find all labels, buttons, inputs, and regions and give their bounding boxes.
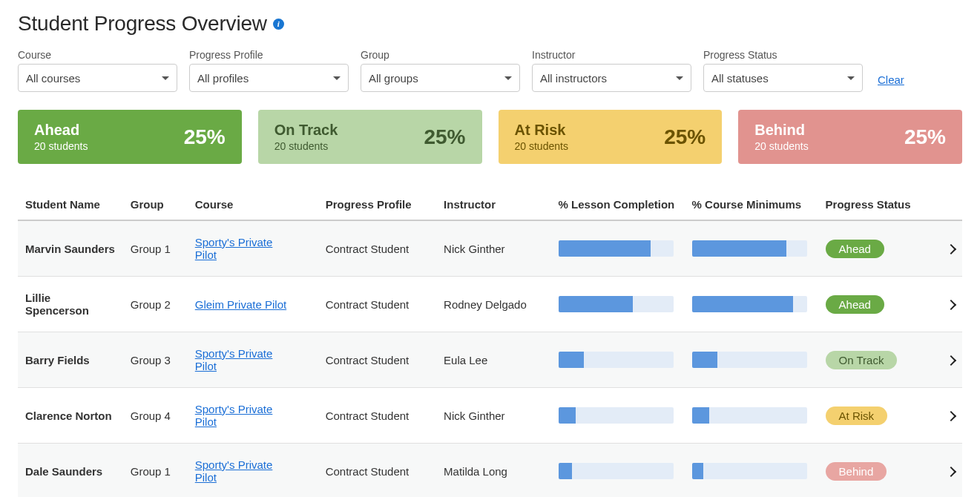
student-progress-table: Student Name Group Course Progress Profi…	[18, 189, 962, 497]
col-minimums[interactable]: % Course Minimums	[685, 189, 818, 220]
cell-group: Group 3	[123, 332, 188, 388]
lesson-progress-bar	[559, 352, 674, 368]
cell-group: Group 2	[123, 277, 188, 332]
filter-status-value: All statuses	[711, 72, 769, 85]
cell-student: Marvin Saunders	[18, 220, 123, 277]
cell-instructor: Nick Ginther	[436, 388, 551, 444]
minimums-progress-bar	[692, 463, 807, 479]
minimums-progress-bar	[692, 352, 807, 368]
table-row[interactable]: Clarence NortonGroup 4Sporty's Private P…	[18, 388, 962, 444]
cell-student: Clarence Norton	[18, 388, 123, 444]
col-group[interactable]: Group	[123, 189, 188, 220]
course-link[interactable]: Sporty's Private Pilot	[195, 403, 292, 428]
filter-status-label: Progress Status	[703, 49, 863, 61]
col-instructor[interactable]: Instructor	[436, 189, 551, 220]
page-title-row: Student Progress Overview i	[18, 12, 962, 36]
filter-course-select[interactable]: All courses	[18, 64, 177, 92]
caret-down-icon	[162, 76, 169, 80]
caret-down-icon	[676, 76, 683, 80]
course-link[interactable]: Sporty's Private Pilot	[195, 458, 292, 484]
filter-group-group: Group All groups	[361, 49, 520, 92]
caret-down-icon	[504, 76, 512, 80]
filter-instructor-select[interactable]: All instructors	[532, 64, 691, 92]
summary-ontrack-pct: 25%	[424, 125, 465, 149]
caret-down-icon	[333, 76, 341, 80]
filter-instructor-label: Instructor	[532, 49, 691, 61]
course-link[interactable]: Gleim Private Pilot	[195, 298, 286, 311]
summary-ahead-pct: 25%	[184, 125, 226, 149]
filter-group-select[interactable]: All groups	[361, 64, 520, 92]
minimums-progress-bar	[692, 296, 807, 312]
summary-atrisk-title: At Risk	[515, 122, 568, 139]
chevron-right-icon[interactable]	[946, 410, 956, 421]
cell-student: Barry Fields	[18, 332, 123, 388]
lesson-progress-bar	[559, 463, 674, 479]
summary-ontrack-sub: 20 students	[274, 140, 338, 152]
filter-instructor-value: All instructors	[540, 72, 607, 85]
cell-group: Group 1	[123, 220, 188, 277]
page-title: Student Progress Overview	[18, 12, 267, 36]
table-header-row: Student Name Group Course Progress Profi…	[18, 189, 962, 220]
summary-card-ontrack[interactable]: On Track 20 students 25%	[258, 110, 482, 164]
filter-course-value: All courses	[26, 72, 80, 85]
cell-profile: Contract Student	[318, 220, 436, 277]
cell-instructor: Nick Ginther	[436, 220, 551, 277]
summary-card-behind[interactable]: Behind 20 students 25%	[738, 110, 962, 164]
summary-card-atrisk[interactable]: At Risk 20 students 25%	[499, 110, 723, 164]
col-lesson[interactable]: % Lesson Completion	[551, 189, 685, 220]
summary-atrisk-pct: 25%	[664, 125, 706, 149]
cell-student: Lillie Spencerson	[18, 277, 123, 332]
filter-group-value: All groups	[369, 72, 418, 85]
info-icon[interactable]: i	[273, 19, 284, 30]
cell-instructor: Rodney Delgado	[436, 277, 551, 332]
summary-ahead-sub: 20 students	[34, 140, 88, 152]
cell-profile: Contract Student	[318, 277, 436, 332]
minimums-progress-bar	[692, 407, 807, 424]
summary-card-ahead[interactable]: Ahead 20 students 25%	[18, 110, 242, 164]
course-link[interactable]: Sporty's Private Pilot	[195, 347, 292, 372]
filter-course-group: Course All courses	[18, 49, 177, 92]
filter-status-select[interactable]: All statuses	[703, 64, 863, 92]
table-row[interactable]: Marvin SaundersGroup 1Sporty's Private P…	[18, 220, 962, 277]
col-course[interactable]: Course	[188, 189, 318, 220]
course-link[interactable]: Sporty's Private Pilot	[195, 236, 292, 261]
cell-profile: Contract Student	[318, 388, 436, 444]
lesson-progress-bar	[559, 296, 674, 312]
summary-ontrack-title: On Track	[274, 122, 338, 139]
filter-group-label: Group	[361, 49, 520, 61]
table-row[interactable]: Dale SaundersGroup 1Sporty's Private Pil…	[18, 444, 962, 498]
chevron-right-icon[interactable]	[946, 466, 956, 476]
cell-instructor: Matilda Long	[436, 444, 551, 498]
status-badge: Ahead	[826, 295, 884, 314]
filter-profile-group: Progress Profile All profiles	[189, 49, 349, 92]
summary-atrisk-sub: 20 students	[515, 140, 568, 152]
chevron-right-icon[interactable]	[946, 299, 956, 309]
cell-group: Group 1	[123, 444, 188, 498]
cell-instructor: Eula Lee	[436, 332, 551, 388]
chevron-right-icon[interactable]	[946, 243, 956, 254]
status-badge: Behind	[826, 462, 887, 481]
cell-group: Group 4	[123, 388, 188, 444]
summary-cards-row: Ahead 20 students 25% On Track 20 studen…	[18, 110, 962, 164]
table-row[interactable]: Barry FieldsGroup 3Sporty's Private Pilo…	[18, 332, 962, 388]
cell-profile: Contract Student	[318, 332, 436, 388]
col-status[interactable]: Progress Status	[818, 189, 935, 220]
cell-student: Dale Saunders	[18, 444, 123, 498]
col-student[interactable]: Student Name	[18, 189, 123, 220]
summary-behind-title: Behind	[754, 122, 808, 139]
filter-course-label: Course	[18, 49, 177, 61]
summary-behind-sub: 20 students	[754, 140, 808, 152]
col-profile[interactable]: Progress Profile	[318, 189, 436, 220]
filters-row: Course All courses Progress Profile All …	[18, 49, 962, 92]
table-row[interactable]: Lillie SpencersonGroup 2Gleim Private Pi…	[18, 277, 962, 332]
chevron-right-icon[interactable]	[946, 355, 956, 365]
filter-status-group: Progress Status All statuses	[703, 49, 863, 92]
cell-profile: Contract Student	[318, 444, 436, 498]
summary-behind-pct: 25%	[904, 125, 946, 149]
lesson-progress-bar	[559, 407, 674, 424]
summary-ahead-title: Ahead	[34, 122, 88, 139]
minimums-progress-bar	[692, 240, 807, 257]
status-badge: Ahead	[826, 240, 884, 258]
filter-profile-select[interactable]: All profiles	[189, 64, 349, 92]
clear-filters-link[interactable]: Clear	[878, 73, 904, 92]
